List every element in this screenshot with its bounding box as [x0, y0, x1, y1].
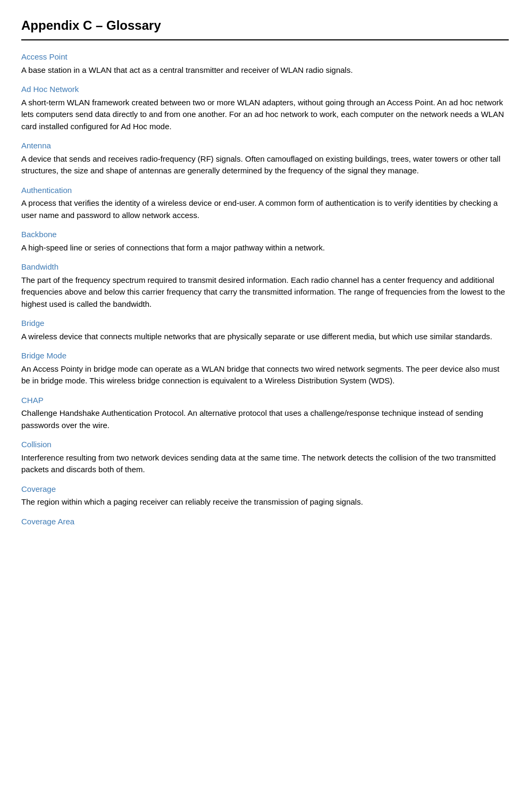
glossary-definition-8: Challenge Handshake Authentication Proto… — [21, 407, 509, 431]
glossary-definition-0: A base station in a WLAN that act as a c… — [21, 64, 509, 77]
glossary-definition-6: A wireless device that connects multiple… — [21, 331, 509, 343]
glossary-definition-1: A short-term WLAN framework created betw… — [21, 97, 509, 133]
glossary-container: Access PointA base station in a WLAN tha… — [21, 51, 509, 528]
glossary-term-10: Coverage — [21, 483, 509, 496]
glossary-term-6: Bridge — [21, 317, 509, 330]
glossary-term-0: Access Point — [21, 51, 509, 63]
glossary-definition-3: A process that verifies the identity of … — [21, 197, 509, 221]
glossary-term-3: Authentication — [21, 185, 509, 197]
glossary-term-7: Bridge Mode — [21, 350, 509, 362]
glossary-definition-4: A high-speed line or series of connectio… — [21, 242, 509, 254]
glossary-term-4: Backbone — [21, 229, 509, 241]
glossary-definition-7: An Access Pointy in bridge mode can oper… — [21, 363, 509, 387]
glossary-definition-9: Interference resulting from two network … — [21, 452, 509, 476]
glossary-definition-5: The part of the frequency spectrum requi… — [21, 274, 509, 311]
glossary-term-1: Ad Hoc Network — [21, 83, 509, 96]
glossary-term-9: Collision — [21, 439, 509, 451]
page-title: Appendix C – Glossary — [21, 16, 509, 40]
glossary-term-8: CHAP — [21, 395, 509, 407]
glossary-definition-10: The region within which a paging receive… — [21, 496, 509, 508]
glossary-term-2: Antenna — [21, 140, 509, 152]
glossary-definition-2: A device that sends and receives radio-f… — [21, 153, 509, 177]
glossary-term-5: Bandwidth — [21, 261, 509, 273]
glossary-term-11: Coverage Area — [21, 516, 509, 528]
